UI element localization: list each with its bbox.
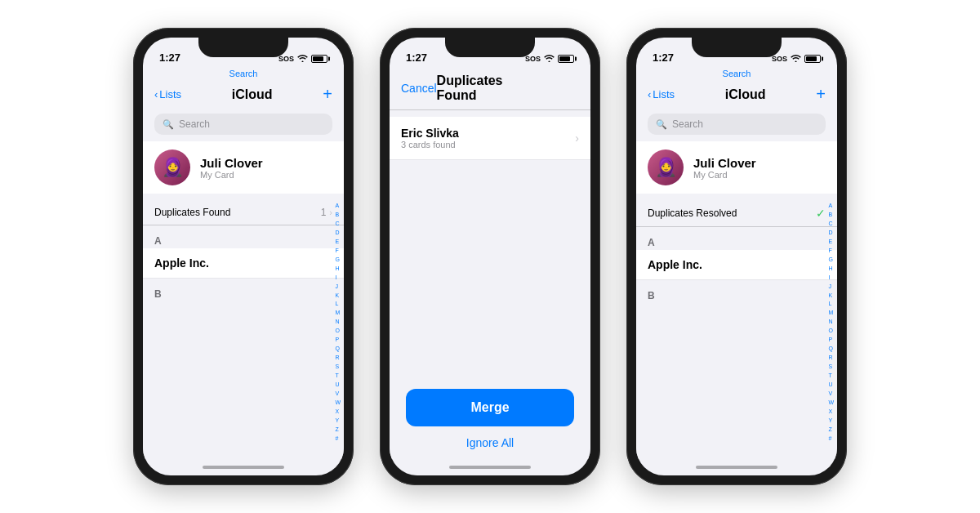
phone-body-right: 1:27 SOS Search ‹ Lis (626, 28, 847, 485)
duplicates-resolved-row-right: Duplicates Resolved ✓ (636, 200, 837, 227)
alpha-index-left: ABCDEFGHIJKLMNOPQRSTUVWXYZ# (335, 201, 341, 443)
fill-right (636, 303, 837, 459)
home-indicator-middle (449, 466, 531, 469)
duplicate-item-info: Eric Slivka 3 cards found (401, 127, 459, 149)
contact-card-right[interactable]: 🧕 Juli Clover My Card (636, 141, 837, 194)
notch-right (692, 38, 782, 57)
list-item-apple-left[interactable]: Apple Inc. (143, 248, 344, 279)
duplicate-name: Eric Slivka (401, 127, 459, 140)
modal-nav-middle: Cancel Duplicates Found (390, 67, 590, 110)
search-nav-right: Search (636, 67, 837, 82)
wifi-left (297, 54, 308, 64)
bottom-bar-right (636, 459, 837, 475)
spacer3-left (143, 279, 344, 285)
duplicates-row-left[interactable]: Duplicates Found 1 › (143, 200, 344, 225)
contact-name-right: Juli Clover (693, 156, 756, 170)
nav-back-label-right: Lists (653, 88, 675, 100)
nav-add-right[interactable]: + (816, 85, 826, 104)
spacer-right (636, 194, 837, 200)
time-middle: 1:27 (406, 51, 427, 64)
modal-title-middle: Duplicates Found (437, 74, 541, 103)
nav-back-chevron-left: ‹ (154, 88, 158, 100)
spacer2-right (636, 227, 837, 234)
duplicate-item-eric[interactable]: Eric Slivka 3 cards found › (390, 117, 590, 160)
bottom-bar-left (143, 459, 344, 475)
time-left: 1:27 (159, 51, 180, 64)
nav-bar-right: ‹ Lists iCloud + (636, 82, 837, 110)
modal-content-area (390, 160, 590, 376)
nav-title-right: iCloud (725, 87, 766, 102)
wifi-middle (544, 54, 555, 64)
signal-middle: SOS (525, 55, 541, 63)
contact-subtitle-left: My Card (200, 170, 263, 180)
search-icon-right: 🔍 (656, 119, 667, 130)
home-indicator-left (203, 466, 284, 469)
search-nav-left: Search (143, 67, 344, 82)
nav-title-left: iCloud (232, 87, 273, 102)
status-icons-left: SOS (278, 54, 327, 64)
nav-back-label-left: Lists (159, 88, 181, 100)
search-placeholder-right: Search (672, 118, 703, 130)
phone-screen-left: 1:27 SOS Search ‹ Lis (143, 38, 344, 475)
search-nav-label-right: Search (723, 69, 751, 78)
merge-button[interactable]: Merge (406, 389, 574, 426)
status-icons-middle: SOS (525, 54, 574, 64)
contact-info-right: Juli Clover My Card (693, 156, 756, 180)
notch-middle (445, 38, 535, 57)
bottom-bar-middle (390, 459, 590, 475)
section-header-a-left: A (143, 232, 344, 248)
nav-add-left[interactable]: + (323, 85, 332, 104)
nav-back-right[interactable]: ‹ Lists (648, 88, 675, 100)
time-right: 1:27 (653, 51, 674, 64)
list-section-b-left: B (143, 285, 344, 301)
notch-left (198, 38, 288, 57)
duplicates-resolved-label-right: Duplicates Resolved (648, 207, 737, 219)
section-header-b-left: B (143, 285, 344, 301)
list-section-a-left: A Apple Inc. (143, 232, 344, 279)
resolved-check-icon-right: ✓ (816, 207, 826, 220)
ignore-all-button[interactable]: Ignore All (466, 436, 514, 449)
nav-back-left[interactable]: ‹ Lists (154, 88, 181, 100)
duplicates-count-left: 1 (321, 207, 327, 218)
avatar-right: 🧕 (648, 149, 684, 185)
nav-back-chevron-right: ‹ (648, 88, 651, 100)
phone-body-left: 1:27 SOS Search ‹ Lis (133, 28, 354, 485)
modal-top-spacer (390, 110, 590, 117)
search-field-right[interactable]: 🔍 Search (648, 114, 826, 135)
nav-bar-left: ‹ Lists iCloud + (143, 82, 344, 110)
phone-screen-middle: 1:27 SOS Cancel Duplicates Found (390, 38, 590, 475)
battery-middle (558, 55, 574, 63)
contact-info-left: Juli Clover My Card (200, 156, 263, 180)
duplicates-badge-left: 1 › (321, 207, 332, 218)
spacer2-left (143, 225, 344, 232)
phone-middle: 1:27 SOS Cancel Duplicates Found (380, 28, 600, 485)
duplicates-label-left: Duplicates Found (154, 207, 230, 218)
duplicates-chevron-left: › (329, 207, 332, 217)
list-section-b-right: B (636, 287, 837, 303)
contact-subtitle-right: My Card (693, 170, 756, 180)
phone-body-middle: 1:27 SOS Cancel Duplicates Found (380, 28, 600, 485)
alpha-index-right: ABCDEFGHIJKLMNOPQRSTUVWXYZ# (828, 201, 834, 443)
search-nav-label-left: Search (229, 69, 258, 78)
search-icon-left: 🔍 (163, 119, 174, 130)
signal-left: SOS (278, 55, 294, 63)
spacer-left (143, 194, 344, 200)
duplicate-chevron: › (575, 132, 579, 145)
contact-card-left[interactable]: 🧕 Juli Clover My Card (143, 141, 344, 194)
search-placeholder-left: Search (179, 118, 210, 130)
spacer3-right (636, 280, 837, 287)
list-section-a-right: A Apple Inc. (636, 234, 837, 280)
cancel-button-middle[interactable]: Cancel (401, 82, 437, 95)
battery-left (311, 55, 327, 63)
contact-name-left: Juli Clover (200, 156, 263, 170)
modal-bottom-actions: Merge Ignore All (390, 376, 590, 459)
section-header-b-right: B (636, 287, 837, 303)
search-field-left[interactable]: 🔍 Search (154, 114, 332, 135)
section-header-a-right: A (636, 234, 837, 250)
home-indicator-right (696, 466, 777, 469)
battery-right (804, 55, 821, 63)
duplicate-count: 3 cards found (401, 140, 459, 149)
phone-left: 1:27 SOS Search ‹ Lis (133, 28, 354, 485)
avatar-left: 🧕 (154, 149, 190, 185)
list-item-apple-right[interactable]: Apple Inc. (636, 250, 837, 280)
